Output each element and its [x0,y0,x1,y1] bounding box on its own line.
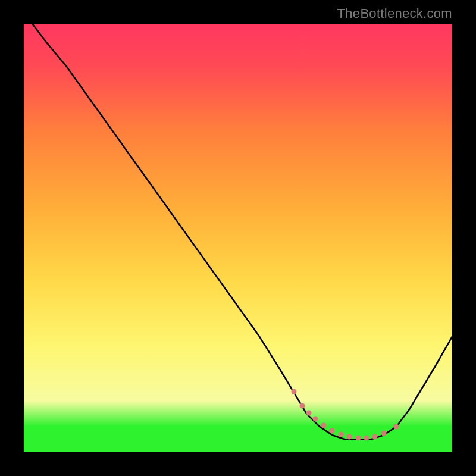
marker-dot [381,431,386,436]
marker-dot [347,434,352,440]
marker-dot [306,410,311,415]
marker-dot [394,424,399,429]
marker-dot [355,436,361,441]
marker-dot [330,428,335,434]
marker-dot [338,431,343,437]
marker-dot [291,389,296,394]
watermark-text: TheBottleneck.com [337,6,452,21]
chart-container: TheBottleneck.com [0,0,476,476]
marker-dot [321,422,327,428]
plot-area [24,24,452,452]
curve-line [32,24,452,439]
marker-dot [300,403,305,409]
marker-dot [312,416,318,421]
marker-dot [364,436,369,441]
curve-svg [24,24,452,452]
marker-dot [372,434,378,440]
